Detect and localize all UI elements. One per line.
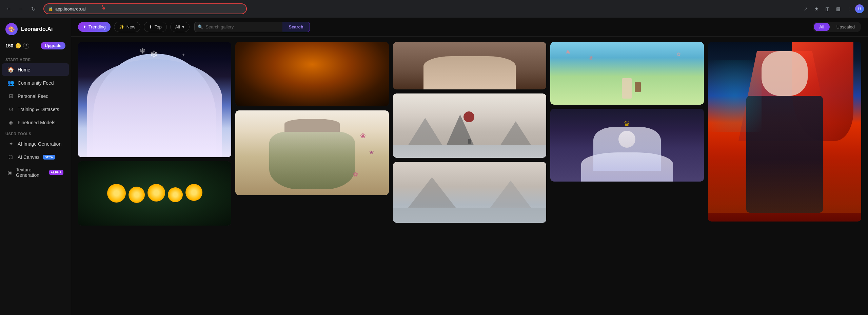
sidebar-item-ai-canvas-label: AI Canvas — [18, 154, 40, 160]
gallery-item-4[interactable] — [393, 42, 546, 89]
filter-trending-label: Trending — [88, 24, 106, 29]
menu-icon-btn[interactable]: ⋮ — [844, 4, 854, 14]
gallery-item-9[interactable]: ⊞ ⛶ — [78, 161, 231, 226]
ai-image-icon: ✦ — [7, 141, 14, 147]
token-count: 150 — [5, 43, 13, 48]
browser-back-button[interactable]: ← — [4, 4, 14, 14]
help-icon[interactable]: ? — [23, 43, 29, 49]
logo-avatar: 🎨 — [5, 23, 18, 35]
gallery-grid: ❄ ✦ — [78, 42, 861, 226]
view-upscaled-button[interactable]: Upscaled — [831, 23, 860, 31]
expand-icon-btn-9[interactable]: ⊞ — [206, 164, 216, 174]
sidebar-logo: 🎨 Leonardo.Ai — [0, 23, 71, 42]
overlay-icons-5: ⊞ ⛶ ⛶ — [396, 96, 544, 106]
overlay-icons-8: ⊞ ✎ ⛶ — [711, 45, 859, 55]
gallery-item-1[interactable]: ❄ ✦ — [78, 42, 231, 157]
token-row: 150 🪙 ? Upgrade — [0, 42, 71, 55]
trending-icon: ✦ — [83, 24, 86, 29]
dropdown-label: All — [175, 24, 180, 29]
expand-icon-btn-8[interactable]: ⊞ — [824, 45, 834, 55]
browser-forward-button[interactable]: → — [16, 4, 26, 14]
share-icon-btn[interactable]: ↗ — [801, 4, 810, 14]
sidebar-item-finetuned-label: Finetuned Models — [18, 120, 55, 125]
beta-badge: BETA — [43, 155, 55, 160]
expand-icon-btn-7[interactable]: ⊞ — [667, 111, 677, 122]
browser-chrome: ← → ↻ 🔒 app.leonardo.ai ↘ ↗ ★ ◫ ▦ ⋮ U — [0, 0, 868, 18]
sidebar-item-finetuned[interactable]: ◈ Finetuned Models — [2, 116, 69, 129]
community-icon: 👥 — [7, 80, 14, 86]
section-label-tools: User Tools — [0, 129, 71, 137]
search-input-wrapper: 🔍 — [194, 22, 282, 32]
ai-canvas-icon: ⬡ — [7, 154, 14, 160]
personal-icon: ⊞ — [7, 93, 14, 99]
sidebar-item-ai-canvas[interactable]: ⬡ AI Canvas BETA — [2, 151, 69, 163]
sidebar-item-training-label: Training & Datasets — [18, 107, 59, 112]
top-bar: ✦ Trending ✨ New ⬆ Top All ▾ 🔍 — [71, 18, 868, 37]
gallery-item-3[interactable]: ❀ ❀ ✿ ⊞ ⛶ — [235, 110, 389, 195]
sidebar-item-ai-image[interactable]: ✦ AI Image Generation — [2, 138, 69, 150]
sidebar: 🎨 Leonardo.Ai 150 🪙 ? Upgrade Start Here… — [0, 18, 71, 315]
edit-icon-btn-8[interactable]: ✎ — [836, 45, 846, 55]
filter-trending-button[interactable]: ✦ Trending — [78, 22, 111, 32]
overlay-icons-7: ⊞ ✎ ⛶ — [553, 111, 701, 122]
sidebar-item-training[interactable]: ⊙ Training & Datasets — [2, 103, 69, 115]
category-dropdown[interactable]: All ▾ — [170, 22, 190, 32]
url-text: app.leonardo.ai — [55, 6, 86, 12]
token-icon: 🪙 — [15, 43, 21, 48]
filter-new-label: New — [126, 24, 135, 29]
overlay-icons-9: ⊞ ⛶ — [81, 164, 229, 174]
section-label-start: Start Here — [0, 55, 71, 63]
gallery-item-2[interactable] — [235, 42, 389, 106]
fullscreen-icon-btn-9[interactable]: ⛶ — [218, 164, 229, 174]
training-icon: ⊙ — [7, 106, 14, 112]
bookmark-icon-btn[interactable]: ★ — [812, 4, 821, 14]
top-icon: ⬆ — [149, 24, 153, 29]
filter-top-button[interactable]: ⬆ Top — [144, 22, 167, 32]
sidebar-item-home-label: Home — [18, 67, 30, 72]
sidebar-item-texture-label: Texture Generation — [16, 167, 46, 178]
app-container: 🎨 Leonardo.Ai 150 🪙 ? Upgrade Start Here… — [0, 18, 868, 315]
gallery-item-5[interactable]: ⊞ ⛶ ⛶ — [393, 93, 546, 158]
filter-top-label: Top — [155, 24, 162, 29]
sidebar-item-personal-label: Personal Feed — [18, 93, 48, 99]
sidebar-item-home[interactable]: 🏠 Home — [2, 63, 69, 76]
search-button[interactable]: Search — [282, 22, 310, 32]
main-content: ✦ Trending ✨ New ⬆ Top All ▾ 🔍 — [71, 18, 868, 315]
expand-icon-btn-3[interactable]: ⊞ — [364, 113, 374, 123]
address-bar[interactable]: 🔒 app.leonardo.ai — [43, 3, 247, 14]
fullscreen-icon-btn-5[interactable]: ⛶ — [521, 96, 531, 106]
sidebar-item-community-feed[interactable]: 👥 Community Feed — [2, 77, 69, 89]
alpha-badge: ALPHA — [49, 170, 64, 175]
gallery-container: ❄ ✦ — [71, 37, 868, 315]
gallery-item-8[interactable]: ⊞ ✎ ⛶ — [708, 42, 861, 222]
sidebar-item-ai-image-label: AI Image Generation — [18, 141, 61, 147]
more-icon-btn-5[interactable]: ⛶ — [533, 96, 544, 106]
chevron-down-icon: ▾ — [182, 24, 184, 29]
expand-icon-btn-5[interactable]: ⊞ — [509, 96, 519, 106]
extensions-icon-btn[interactable]: ◫ — [823, 4, 832, 14]
view-all-button[interactable]: All — [814, 23, 829, 31]
search-input[interactable] — [194, 22, 282, 32]
lock-icon: 🔒 — [48, 6, 53, 11]
edit-icon-btn-7[interactable]: ✎ — [679, 111, 689, 122]
logo-text: Leonardo.Ai — [21, 26, 53, 32]
new-icon: ✨ — [119, 24, 124, 29]
gallery-item-6[interactable]: ❀ ✿ ❀ — [550, 42, 704, 105]
filter-new-button[interactable]: ✨ New — [114, 22, 140, 32]
browser-right-icons: ↗ ★ ◫ ▦ ⋮ U — [801, 4, 864, 14]
overlay-icons-3: ⊞ ⛶ — [238, 113, 386, 123]
search-container: 🔍 Search — [194, 22, 310, 32]
upgrade-button[interactable]: Upgrade — [41, 42, 65, 49]
browser-profile-avatar[interactable]: U — [855, 4, 864, 13]
sidebar-item-community-label: Community Feed — [18, 80, 54, 86]
gallery-item-7[interactable]: ♛ ⊞ ✎ ⛶ — [550, 109, 704, 182]
gallery-item-10[interactable] — [393, 162, 546, 223]
tabs-icon-btn[interactable]: ▦ — [833, 4, 843, 14]
sidebar-item-texture[interactable]: ◉ Texture Generation ALPHA — [2, 164, 69, 181]
fullscreen-icon-btn-8[interactable]: ⛶ — [848, 45, 859, 55]
fullscreen-icon-btn-3[interactable]: ⛶ — [376, 113, 386, 123]
home-icon: 🏠 — [7, 66, 14, 73]
sidebar-item-personal-feed[interactable]: ⊞ Personal Feed — [2, 90, 69, 102]
fullscreen-icon-btn-7[interactable]: ⛶ — [691, 111, 701, 122]
browser-reload-button[interactable]: ↻ — [28, 4, 38, 14]
